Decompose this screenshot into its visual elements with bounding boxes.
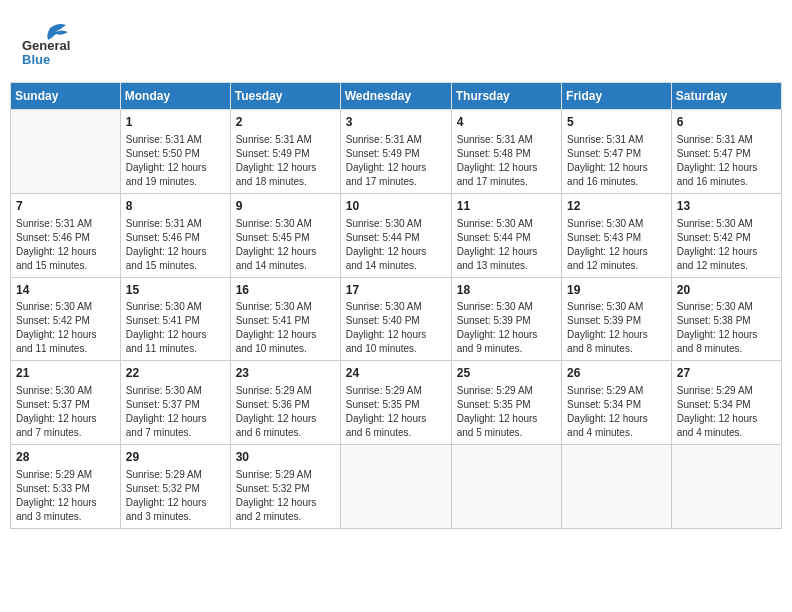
day-number: 5 (567, 114, 666, 131)
day-number: 24 (346, 365, 446, 382)
calendar-cell (340, 445, 451, 529)
day-number: 3 (346, 114, 446, 131)
calendar-week-3: 14Sunrise: 5:30 AM Sunset: 5:42 PM Dayli… (11, 277, 782, 361)
day-number: 21 (16, 365, 115, 382)
day-info: Sunrise: 5:30 AM Sunset: 5:45 PM Dayligh… (236, 217, 335, 273)
svg-text:Blue: Blue (22, 52, 50, 65)
calendar-week-5: 28Sunrise: 5:29 AM Sunset: 5:33 PM Dayli… (11, 445, 782, 529)
calendar-cell: 22Sunrise: 5:30 AM Sunset: 5:37 PM Dayli… (120, 361, 230, 445)
calendar-cell: 4Sunrise: 5:31 AM Sunset: 5:48 PM Daylig… (451, 110, 561, 194)
day-number: 8 (126, 198, 225, 215)
day-number: 19 (567, 282, 666, 299)
day-number: 25 (457, 365, 556, 382)
calendar-cell: 7Sunrise: 5:31 AM Sunset: 5:46 PM Daylig… (11, 193, 121, 277)
day-number: 17 (346, 282, 446, 299)
calendar-cell: 16Sunrise: 5:30 AM Sunset: 5:41 PM Dayli… (230, 277, 340, 361)
calendar-cell: 11Sunrise: 5:30 AM Sunset: 5:44 PM Dayli… (451, 193, 561, 277)
day-info: Sunrise: 5:29 AM Sunset: 5:35 PM Dayligh… (457, 384, 556, 440)
day-number: 27 (677, 365, 776, 382)
day-number: 7 (16, 198, 115, 215)
calendar-cell: 2Sunrise: 5:31 AM Sunset: 5:49 PM Daylig… (230, 110, 340, 194)
day-number: 30 (236, 449, 335, 466)
calendar-cell: 26Sunrise: 5:29 AM Sunset: 5:34 PM Dayli… (562, 361, 672, 445)
calendar-cell (451, 445, 561, 529)
day-info: Sunrise: 5:30 AM Sunset: 5:43 PM Dayligh… (567, 217, 666, 273)
day-number: 16 (236, 282, 335, 299)
calendar-cell: 21Sunrise: 5:30 AM Sunset: 5:37 PM Dayli… (11, 361, 121, 445)
day-info: Sunrise: 5:31 AM Sunset: 5:47 PM Dayligh… (567, 133, 666, 189)
day-number: 9 (236, 198, 335, 215)
calendar-cell (11, 110, 121, 194)
day-number: 26 (567, 365, 666, 382)
day-number: 29 (126, 449, 225, 466)
day-number: 6 (677, 114, 776, 131)
calendar-cell: 28Sunrise: 5:29 AM Sunset: 5:33 PM Dayli… (11, 445, 121, 529)
calendar-table: SundayMondayTuesdayWednesdayThursdayFrid… (10, 82, 782, 529)
calendar-cell: 10Sunrise: 5:30 AM Sunset: 5:44 PM Dayli… (340, 193, 451, 277)
day-number: 11 (457, 198, 556, 215)
day-info: Sunrise: 5:29 AM Sunset: 5:32 PM Dayligh… (236, 468, 335, 524)
day-info: Sunrise: 5:30 AM Sunset: 5:40 PM Dayligh… (346, 300, 446, 356)
day-number: 23 (236, 365, 335, 382)
calendar-cell: 19Sunrise: 5:30 AM Sunset: 5:39 PM Dayli… (562, 277, 672, 361)
day-info: Sunrise: 5:31 AM Sunset: 5:46 PM Dayligh… (126, 217, 225, 273)
day-info: Sunrise: 5:30 AM Sunset: 5:44 PM Dayligh… (346, 217, 446, 273)
day-info: Sunrise: 5:30 AM Sunset: 5:42 PM Dayligh… (16, 300, 115, 356)
calendar-cell: 8Sunrise: 5:31 AM Sunset: 5:46 PM Daylig… (120, 193, 230, 277)
day-info: Sunrise: 5:30 AM Sunset: 5:37 PM Dayligh… (16, 384, 115, 440)
logo-icon: General Blue (20, 20, 70, 65)
calendar-cell (562, 445, 672, 529)
weekday-header-thursday: Thursday (451, 83, 561, 110)
calendar-cell: 27Sunrise: 5:29 AM Sunset: 5:34 PM Dayli… (671, 361, 781, 445)
day-info: Sunrise: 5:29 AM Sunset: 5:35 PM Dayligh… (346, 384, 446, 440)
calendar-cell (671, 445, 781, 529)
day-info: Sunrise: 5:30 AM Sunset: 5:41 PM Dayligh… (236, 300, 335, 356)
weekday-header-wednesday: Wednesday (340, 83, 451, 110)
day-info: Sunrise: 5:30 AM Sunset: 5:44 PM Dayligh… (457, 217, 556, 273)
calendar-cell: 12Sunrise: 5:30 AM Sunset: 5:43 PM Dayli… (562, 193, 672, 277)
calendar-cell: 29Sunrise: 5:29 AM Sunset: 5:32 PM Dayli… (120, 445, 230, 529)
day-number: 28 (16, 449, 115, 466)
day-info: Sunrise: 5:30 AM Sunset: 5:39 PM Dayligh… (567, 300, 666, 356)
weekday-header-saturday: Saturday (671, 83, 781, 110)
day-number: 2 (236, 114, 335, 131)
calendar-cell: 18Sunrise: 5:30 AM Sunset: 5:39 PM Dayli… (451, 277, 561, 361)
day-info: Sunrise: 5:30 AM Sunset: 5:38 PM Dayligh… (677, 300, 776, 356)
calendar-cell: 30Sunrise: 5:29 AM Sunset: 5:32 PM Dayli… (230, 445, 340, 529)
calendar-cell: 13Sunrise: 5:30 AM Sunset: 5:42 PM Dayli… (671, 193, 781, 277)
calendar-week-1: 1Sunrise: 5:31 AM Sunset: 5:50 PM Daylig… (11, 110, 782, 194)
weekday-header-friday: Friday (562, 83, 672, 110)
calendar-header-row: SundayMondayTuesdayWednesdayThursdayFrid… (11, 83, 782, 110)
logo: General Blue (20, 20, 70, 69)
weekday-header-monday: Monday (120, 83, 230, 110)
day-info: Sunrise: 5:30 AM Sunset: 5:42 PM Dayligh… (677, 217, 776, 273)
day-info: Sunrise: 5:29 AM Sunset: 5:32 PM Dayligh… (126, 468, 225, 524)
day-number: 14 (16, 282, 115, 299)
calendar-cell: 20Sunrise: 5:30 AM Sunset: 5:38 PM Dayli… (671, 277, 781, 361)
day-info: Sunrise: 5:30 AM Sunset: 5:39 PM Dayligh… (457, 300, 556, 356)
weekday-header-tuesday: Tuesday (230, 83, 340, 110)
day-info: Sunrise: 5:29 AM Sunset: 5:33 PM Dayligh… (16, 468, 115, 524)
day-info: Sunrise: 5:30 AM Sunset: 5:37 PM Dayligh… (126, 384, 225, 440)
calendar-cell: 1Sunrise: 5:31 AM Sunset: 5:50 PM Daylig… (120, 110, 230, 194)
day-number: 15 (126, 282, 225, 299)
day-number: 20 (677, 282, 776, 299)
weekday-header-sunday: Sunday (11, 83, 121, 110)
calendar-cell: 6Sunrise: 5:31 AM Sunset: 5:47 PM Daylig… (671, 110, 781, 194)
day-info: Sunrise: 5:31 AM Sunset: 5:48 PM Dayligh… (457, 133, 556, 189)
day-info: Sunrise: 5:29 AM Sunset: 5:34 PM Dayligh… (677, 384, 776, 440)
calendar-cell: 5Sunrise: 5:31 AM Sunset: 5:47 PM Daylig… (562, 110, 672, 194)
calendar-cell: 14Sunrise: 5:30 AM Sunset: 5:42 PM Dayli… (11, 277, 121, 361)
day-info: Sunrise: 5:29 AM Sunset: 5:36 PM Dayligh… (236, 384, 335, 440)
day-number: 1 (126, 114, 225, 131)
calendar-week-2: 7Sunrise: 5:31 AM Sunset: 5:46 PM Daylig… (11, 193, 782, 277)
day-info: Sunrise: 5:31 AM Sunset: 5:50 PM Dayligh… (126, 133, 225, 189)
day-number: 22 (126, 365, 225, 382)
day-number: 4 (457, 114, 556, 131)
day-info: Sunrise: 5:31 AM Sunset: 5:46 PM Dayligh… (16, 217, 115, 273)
day-number: 12 (567, 198, 666, 215)
calendar-cell: 25Sunrise: 5:29 AM Sunset: 5:35 PM Dayli… (451, 361, 561, 445)
day-info: Sunrise: 5:29 AM Sunset: 5:34 PM Dayligh… (567, 384, 666, 440)
day-info: Sunrise: 5:31 AM Sunset: 5:47 PM Dayligh… (677, 133, 776, 189)
day-number: 13 (677, 198, 776, 215)
